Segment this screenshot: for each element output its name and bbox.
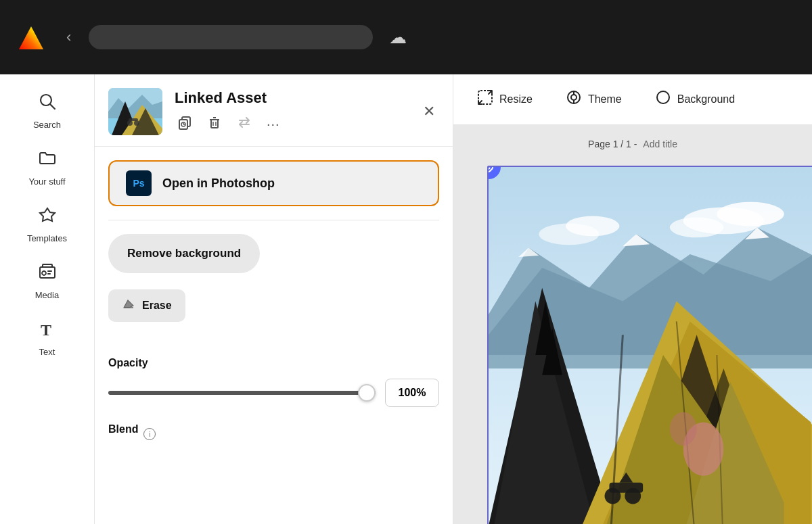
- svg-text:T: T: [41, 321, 51, 338]
- opacity-slider-track[interactable]: [108, 391, 376, 395]
- canvas-area: Resize Theme: [453, 74, 812, 524]
- open-in-photoshop-button[interactable]: Ps Open in Photoshop: [108, 160, 439, 206]
- svg-point-32: [571, 95, 577, 100]
- remove-background-button[interactable]: Remove background: [108, 234, 260, 273]
- thumbnail-image: [108, 88, 162, 135]
- erase-icon: [122, 297, 135, 314]
- theme-label: Theme: [588, 93, 622, 105]
- canvas-frame: [487, 166, 812, 524]
- svg-point-35: [657, 91, 669, 103]
- sidebar-item-search[interactable]: Search: [0, 81, 94, 138]
- copy-action-button[interactable]: [175, 114, 195, 135]
- swap-action-button[interactable]: [234, 114, 254, 135]
- main-layout: Search Your stuff Templates: [0, 74, 812, 524]
- svg-rect-64: [609, 483, 643, 493]
- svg-rect-7: [47, 273, 51, 275]
- svg-point-1: [41, 95, 51, 105]
- left-sidebar: Search Your stuff Templates: [0, 74, 95, 524]
- opacity-slider-thumb[interactable]: [358, 384, 376, 402]
- panel-title: Linked Asset: [175, 89, 407, 107]
- sidebar-item-templates-label: Templates: [27, 233, 67, 243]
- asset-thumbnail: [108, 88, 162, 135]
- sidebar-item-templates[interactable]: Templates: [0, 195, 94, 252]
- sidebar-item-media-label: Media: [35, 290, 59, 300]
- sidebar-item-text-label: Text: [39, 347, 55, 357]
- opacity-label: Opacity: [108, 357, 439, 369]
- background-label: Background: [677, 93, 735, 105]
- opacity-input[interactable]: [385, 379, 439, 407]
- text-icon: T: [38, 319, 57, 343]
- photoshop-icon: Ps: [126, 170, 152, 196]
- panel: Linked Asset: [95, 74, 453, 524]
- panel-body: Ps Open in Photoshop Remove background E…: [95, 147, 453, 458]
- blend-label: Blend: [108, 423, 138, 435]
- page-label: Page 1 / 1 -: [588, 139, 637, 149]
- add-title-label[interactable]: Add title: [643, 139, 677, 149]
- erase-label: Erase: [142, 300, 172, 312]
- resize-label: Resize: [499, 93, 533, 105]
- sidebar-item-text[interactable]: T Text: [0, 308, 94, 365]
- svg-point-41: [566, 216, 619, 236]
- svg-rect-6: [47, 270, 52, 272]
- svg-rect-17: [129, 118, 138, 121]
- search-icon: [38, 92, 57, 116]
- topbar: ‹ ☁: [0, 0, 812, 74]
- opacity-row: [108, 379, 439, 407]
- media-icon: [38, 262, 57, 286]
- more-action-button[interactable]: ···: [264, 115, 283, 133]
- svg-rect-4: [43, 264, 52, 267]
- divider: [108, 220, 439, 220]
- svg-point-39: [670, 217, 723, 237]
- blend-row: Blend i: [108, 423, 439, 445]
- svg-point-15: [127, 120, 133, 126]
- cloud-icon: ☁: [389, 27, 407, 48]
- svg-line-2: [50, 105, 55, 110]
- url-bar[interactable]: [89, 25, 373, 49]
- sidebar-item-media[interactable]: Media: [0, 252, 94, 308]
- background-icon: [654, 89, 672, 110]
- svg-point-16: [134, 120, 139, 126]
- panel-actions: ···: [175, 114, 407, 135]
- sidebar-item-search-label: Search: [33, 120, 61, 130]
- canvas-painting: [489, 167, 812, 524]
- folder-icon: [38, 149, 57, 172]
- open-ps-label: Open in Photoshop: [162, 176, 275, 191]
- info-icon[interactable]: i: [143, 428, 156, 440]
- resize-icon: [476, 89, 494, 110]
- adobe-logo: [14, 20, 49, 55]
- svg-point-59: [670, 412, 697, 446]
- back-button[interactable]: ‹: [60, 24, 78, 50]
- canvas-toolbar: Resize Theme: [453, 74, 812, 125]
- sidebar-item-your-stuff-label: Your stuff: [28, 176, 65, 187]
- canvas-viewport: Page 1 / 1 - Add title: [453, 125, 812, 524]
- panel-title-area: Linked Asset: [175, 89, 407, 135]
- background-toolbar-button[interactable]: Background: [648, 85, 742, 114]
- panel-header: Linked Asset: [95, 74, 453, 147]
- close-panel-button[interactable]: ✕: [419, 101, 439, 122]
- page-indicator: Page 1 / 1 - Add title: [588, 139, 677, 149]
- theme-icon: [565, 89, 583, 110]
- sidebar-item-your-stuff[interactable]: Your stuff: [0, 138, 94, 195]
- svg-point-5: [42, 271, 46, 275]
- svg-point-38: [717, 202, 784, 227]
- svg-rect-24: [211, 120, 218, 128]
- theme-toolbar-button[interactable]: Theme: [558, 85, 629, 114]
- templates-icon: [38, 206, 57, 229]
- erase-button[interactable]: Erase: [108, 289, 185, 322]
- resize-toolbar-button[interactable]: Resize: [470, 85, 539, 114]
- delete-action-button[interactable]: [204, 114, 225, 135]
